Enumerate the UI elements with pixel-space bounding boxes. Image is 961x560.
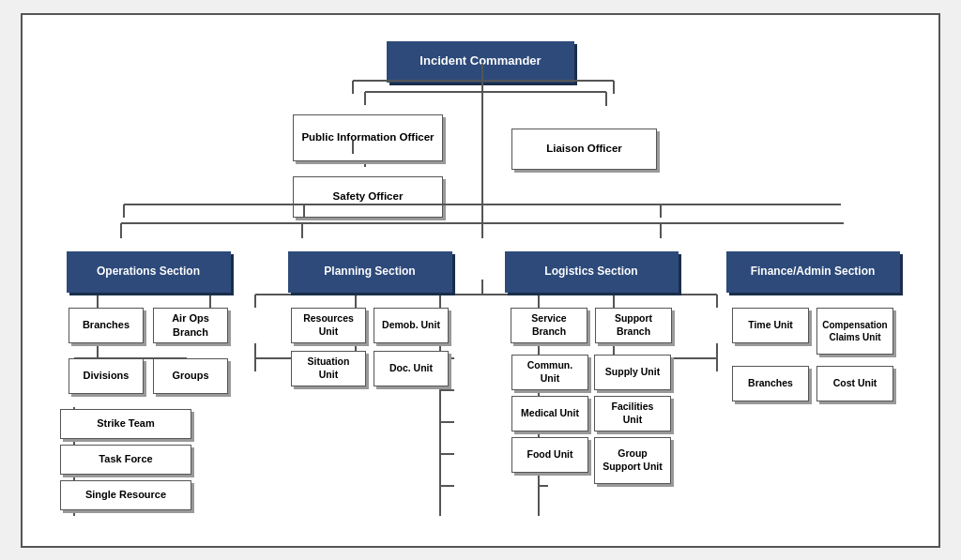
comp-claims-unit-node: Compensation Claims Unit: [816, 308, 893, 355]
commun-unit-node: Commun. Unit: [511, 355, 588, 390]
service-branch-node: Service Branch: [511, 308, 587, 343]
incident-commander-node: Incident Commander: [387, 41, 574, 83]
single-resource-node: Single Resource: [60, 480, 191, 510]
planning-section-col: Planning Section Resources Unit Demob. U…: [259, 251, 480, 386]
finance-section-col: Finance/Admin Section Time Unit Compensa…: [702, 251, 923, 401]
planning-section-header: Planning Section: [288, 251, 452, 293]
facilities-unit-node: Facilities Unit: [594, 396, 671, 431]
diagram-container: Incident Commander Public Information Of…: [21, 13, 940, 548]
resources-unit-node: Resources Unit: [291, 308, 366, 343]
demob-unit-node: Demob. Unit: [374, 308, 449, 343]
strike-team-node: Strike Team: [60, 409, 191, 439]
groups-node: Groups: [153, 358, 228, 394]
branches-node: Branches: [69, 308, 144, 343]
task-force-node: Task Force: [60, 445, 191, 475]
air-ops-branch-node: Air Ops Branch: [153, 308, 228, 343]
finance-section-header: Finance/Admin Section: [726, 251, 900, 293]
cost-unit-node: Cost Unit: [816, 366, 893, 401]
supply-unit-node: Supply Unit: [594, 355, 671, 390]
doc-unit-node: Doc. Unit: [374, 351, 449, 386]
support-branch-node: Support Branch: [595, 308, 672, 343]
divisions-node: Divisions: [69, 358, 144, 394]
logistics-section-col: Logistics Section Service Branch Support…: [480, 251, 702, 484]
logistics-section-header: Logistics Section: [505, 251, 679, 293]
liaison-officer-node: Liaison Officer: [511, 129, 657, 170]
safety-officer-node: Safety Officer: [293, 176, 443, 218]
medical-unit-node: Medical Unit: [511, 396, 588, 431]
public-info-officer-node: Public Information Officer: [293, 114, 443, 161]
time-unit-node: Time Unit: [732, 308, 809, 343]
food-unit-node: Food Unit: [511, 437, 588, 473]
finance-branches-node: Branches: [732, 366, 809, 401]
operations-section-col: Operations Section Branches Air Ops Bran…: [38, 251, 259, 510]
operations-section-header: Operations Section: [67, 251, 231, 293]
group-support-unit-node: Group Support Unit: [594, 437, 671, 484]
situation-unit-node: Situation Unit: [291, 351, 366, 386]
